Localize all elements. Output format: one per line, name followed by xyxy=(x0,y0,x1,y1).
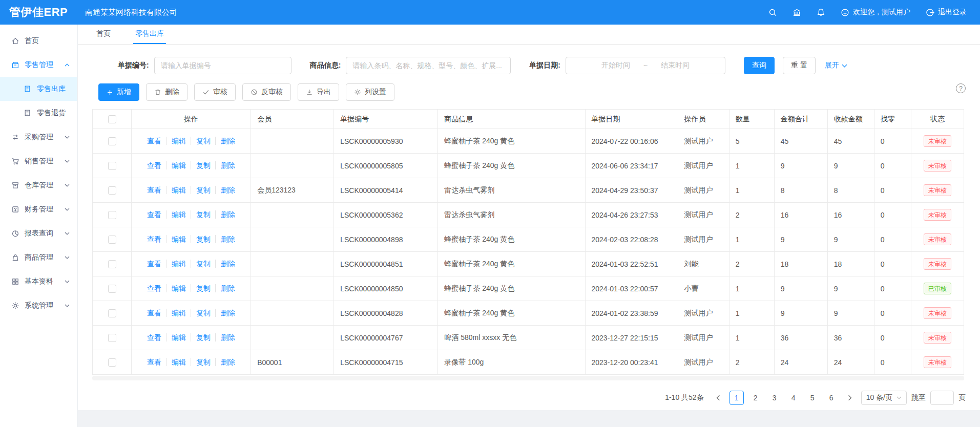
help-icon[interactable]: ? xyxy=(956,83,966,93)
jump-page-input[interactable] xyxy=(930,391,954,405)
next-page-icon[interactable] xyxy=(843,391,857,404)
delete-link[interactable]: 删除 xyxy=(215,186,235,194)
sidebar-item-sales[interactable]: 销售管理 xyxy=(0,149,77,173)
sidebar-item-home[interactable]: 首页 xyxy=(0,29,77,53)
search-icon[interactable] xyxy=(768,8,777,17)
delete-link[interactable]: 删除 xyxy=(215,333,235,341)
sidebar-item-reports[interactable]: 报表查询 xyxy=(0,221,77,245)
copy-link[interactable]: 复制 xyxy=(191,186,211,194)
row-checkbox[interactable] xyxy=(108,309,116,317)
delete-link[interactable]: 删除 xyxy=(215,161,235,169)
date-range-picker[interactable]: 开始时间 ~ 结束时间 xyxy=(566,57,725,74)
page-number[interactable]: 1 xyxy=(729,391,744,405)
col-change: 找零 xyxy=(874,110,911,129)
unaudit-button[interactable]: 反审核 xyxy=(242,83,291,101)
status-badge: 已审核 xyxy=(924,283,951,294)
view-link[interactable]: 查看 xyxy=(147,137,161,145)
row-checkbox[interactable] xyxy=(108,211,116,219)
view-link[interactable]: 查看 xyxy=(147,309,161,317)
tab-home[interactable]: 首页 xyxy=(94,25,113,44)
copy-link[interactable]: 复制 xyxy=(191,260,211,268)
edit-link[interactable]: 编辑 xyxy=(166,358,186,366)
main-content: 单据编号: 商品信息: 单据日期: 开始时间 ~ 结束时间 查询 重 置 展开 … xyxy=(78,45,980,410)
view-link[interactable]: 查看 xyxy=(147,358,161,366)
horizontal-scrollbar[interactable] xyxy=(92,376,964,380)
row-checkbox[interactable] xyxy=(108,334,116,342)
row-checkbox[interactable] xyxy=(108,236,116,244)
date-cell: 2024-02-03 22:08:28 xyxy=(585,227,678,252)
prev-page-icon[interactable] xyxy=(712,391,725,404)
row-checkbox[interactable] xyxy=(108,137,116,145)
logout-button[interactable]: 退出登录 xyxy=(926,8,967,17)
reset-button[interactable]: 重 置 xyxy=(783,57,816,74)
row-checkbox[interactable] xyxy=(108,358,116,367)
view-link[interactable]: 查看 xyxy=(147,260,161,268)
page-number[interactable]: 5 xyxy=(805,391,820,405)
add-button[interactable]: 新增 xyxy=(98,83,139,101)
delete-button[interactable]: 删除 xyxy=(146,83,187,101)
column-settings-button[interactable]: 列设置 xyxy=(346,83,394,101)
export-button[interactable]: 导出 xyxy=(298,83,339,101)
delete-link[interactable]: 删除 xyxy=(215,358,235,366)
delete-link[interactable]: 删除 xyxy=(215,210,235,219)
edit-link[interactable]: 编辑 xyxy=(166,333,186,341)
doc-no-cell: LSCK00000005362 xyxy=(334,203,438,227)
delete-link[interactable]: 删除 xyxy=(215,137,235,145)
goods-cell: 录像带 100g xyxy=(438,350,585,375)
copy-link[interactable]: 复制 xyxy=(191,210,211,219)
sidebar-item-retail-outbound[interactable]: 零售出库 xyxy=(0,77,77,101)
row-checkbox[interactable] xyxy=(108,162,116,170)
edit-link[interactable]: 编辑 xyxy=(166,210,186,219)
view-link[interactable]: 查看 xyxy=(147,186,161,194)
sidebar-item-warehouse[interactable]: 仓库管理 xyxy=(0,173,77,197)
sidebar-item-purchase[interactable]: 采购管理 xyxy=(0,125,77,149)
delete-link[interactable]: 删除 xyxy=(215,284,235,292)
audit-button[interactable]: 审核 xyxy=(194,83,236,101)
page-size-select[interactable]: 10 条/页 xyxy=(861,391,907,405)
sidebar-item-basic-data[interactable]: 基本资料 xyxy=(0,269,77,293)
edit-link[interactable]: 编辑 xyxy=(166,309,186,317)
view-link[interactable]: 查看 xyxy=(147,161,161,169)
delete-link[interactable]: 删除 xyxy=(215,309,235,317)
page-number[interactable]: 2 xyxy=(748,391,763,405)
page-number[interactable]: 4 xyxy=(786,391,801,405)
row-checkbox[interactable] xyxy=(108,285,116,293)
edit-link[interactable]: 编辑 xyxy=(166,186,186,194)
sidebar-item-system[interactable]: 系统管理 xyxy=(0,293,77,317)
edit-link[interactable]: 编辑 xyxy=(166,260,186,268)
row-checkbox[interactable] xyxy=(108,260,116,268)
expand-link[interactable]: 展开 xyxy=(825,61,847,70)
sidebar-item-retail[interactable]: 零售管理 xyxy=(0,53,77,77)
edit-link[interactable]: 编辑 xyxy=(166,137,186,145)
page-number[interactable]: 6 xyxy=(824,391,839,405)
view-link[interactable]: 查看 xyxy=(147,333,161,341)
sidebar-item-finance[interactable]: 财务管理 xyxy=(0,197,77,221)
sidebar-item-retail-return[interactable]: 零售退货 xyxy=(0,101,77,125)
tab-retail-outbound[interactable]: 零售出库 xyxy=(133,25,166,44)
copy-link[interactable]: 复制 xyxy=(191,333,211,341)
delete-link[interactable]: 删除 xyxy=(215,235,235,243)
edit-link[interactable]: 编辑 xyxy=(166,284,186,292)
page-number[interactable]: 3 xyxy=(767,391,782,405)
select-all-checkbox[interactable] xyxy=(108,115,116,123)
edit-link[interactable]: 编辑 xyxy=(166,235,186,243)
search-button[interactable]: 查询 xyxy=(744,57,775,74)
copy-link[interactable]: 复制 xyxy=(191,358,211,366)
goods-input[interactable] xyxy=(346,57,511,74)
edit-link[interactable]: 编辑 xyxy=(166,161,186,169)
bank-icon[interactable] xyxy=(793,8,801,17)
view-link[interactable]: 查看 xyxy=(147,235,161,243)
copy-link[interactable]: 复制 xyxy=(191,309,211,317)
view-link[interactable]: 查看 xyxy=(147,284,161,292)
bell-icon[interactable] xyxy=(817,8,825,17)
user-welcome[interactable]: 欢迎您，测试用户 xyxy=(841,8,910,17)
doc-no-input[interactable] xyxy=(154,57,291,74)
copy-link[interactable]: 复制 xyxy=(191,161,211,169)
view-link[interactable]: 查看 xyxy=(147,210,161,219)
copy-link[interactable]: 复制 xyxy=(191,284,211,292)
copy-link[interactable]: 复制 xyxy=(191,137,211,145)
copy-link[interactable]: 复制 xyxy=(191,235,211,243)
sidebar-item-goods[interactable]: 商品管理 xyxy=(0,245,77,269)
row-checkbox[interactable] xyxy=(108,186,116,195)
delete-link[interactable]: 删除 xyxy=(215,260,235,268)
